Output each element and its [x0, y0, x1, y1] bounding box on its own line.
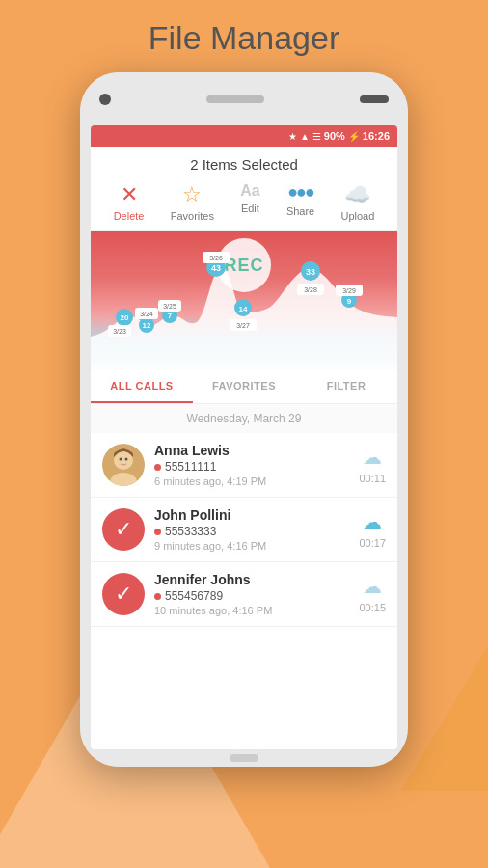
- phone-screen: ★ ▲ ☰ 90% ⚡ 16:26 2 Items Selected ✕ Del…: [91, 125, 397, 749]
- call-time-john: 9 minutes ago, 4:16 PM: [154, 540, 349, 552]
- battery-icon: ⚡: [348, 131, 360, 142]
- chart-area: REC 20 3/23 12 3/24 7 3/: [91, 231, 397, 370]
- upload-action[interactable]: ☁️ Upload: [340, 182, 374, 222]
- call-number-jennifer: 555456789: [165, 589, 223, 603]
- edit-action[interactable]: Aa Edit: [240, 182, 259, 222]
- upload-icon: ☁️: [344, 182, 370, 207]
- call-item-jennifer[interactable]: ✓ Jennifer Johns 555456789 10 minutes ag…: [91, 562, 397, 627]
- call-dot-jennifer: [154, 593, 161, 600]
- tab-all-calls[interactable]: ALL CALLS: [91, 370, 193, 403]
- wifi-icon: ▲: [300, 131, 310, 142]
- svg-text:3/29: 3/29: [342, 287, 356, 294]
- call-list: Anna Lewis 55511111 6 minutes ago, 4:19 …: [91, 433, 397, 749]
- share-label: Share: [286, 205, 314, 217]
- call-info-john: John Pollini 55533333 9 minutes ago, 4:1…: [154, 507, 349, 552]
- page-title: File Manager: [149, 19, 339, 57]
- svg-text:14: 14: [239, 305, 248, 313]
- favorites-action[interactable]: ☆ Favorites: [171, 182, 214, 222]
- phone-speaker: [206, 95, 264, 103]
- phone-bottom: [80, 749, 408, 767]
- date-separator: Wednesday, March 29: [91, 404, 397, 433]
- favorites-label: Favorites: [171, 210, 214, 222]
- svg-text:3/24: 3/24: [140, 311, 153, 317]
- call-number-row-jennifer: 555456789: [154, 589, 349, 603]
- call-info-anna: Anna Lewis 55511111 6 minutes ago, 4:19 …: [154, 443, 349, 487]
- favorites-icon: ☆: [182, 182, 202, 207]
- edit-label: Edit: [241, 203, 259, 214]
- bluetooth-icon: ★: [288, 131, 297, 142]
- call-right-anna: ☁ 00:11: [359, 446, 386, 484]
- call-number-row-anna: 55511111: [154, 460, 349, 474]
- share-action[interactable]: ●●● Share: [286, 182, 314, 222]
- signal-icon: ☰: [312, 131, 321, 142]
- chart-svg: 20 3/23 12 3/24 7 3/25 43 3/26: [91, 231, 397, 370]
- call-number-john: 55533333: [165, 525, 216, 538]
- avatar-check-john: ✓: [102, 508, 145, 551]
- phone-top-bar: [80, 72, 408, 125]
- status-bar: ★ ▲ ☰ 90% ⚡ 16:26: [91, 125, 397, 147]
- svg-text:3/26: 3/26: [209, 255, 223, 261]
- upload-label: Upload: [340, 210, 374, 222]
- avatar-check-jennifer: ✓: [102, 573, 145, 615]
- phone-camera: [99, 94, 111, 105]
- svg-point-18: [125, 458, 128, 461]
- tab-favorites[interactable]: FAVORITES: [193, 370, 295, 403]
- svg-text:3/23: 3/23: [113, 328, 126, 335]
- call-time-anna: 6 minutes ago, 4:19 PM: [154, 475, 349, 487]
- call-dot-john: [154, 529, 161, 535]
- svg-text:3/25: 3/25: [163, 303, 176, 310]
- call-item-anna[interactable]: Anna Lewis 55511111 6 minutes ago, 4:19 …: [91, 433, 397, 498]
- svg-text:7: 7: [168, 312, 173, 320]
- battery-text: 90%: [324, 130, 345, 142]
- anna-avatar-svg: [102, 444, 145, 486]
- svg-text:20: 20: [121, 313, 129, 322]
- svg-text:43: 43: [211, 263, 221, 273]
- cloud-icon-anna: ☁: [363, 446, 382, 469]
- svg-text:9: 9: [347, 297, 352, 306]
- tabs-bar: ALL CALLS FAVORITES FILTER: [91, 370, 397, 404]
- call-duration-anna: 00:11: [359, 473, 386, 484]
- call-item-john[interactable]: ✓ John Pollini 55533333 9 minutes ago, 4…: [91, 498, 397, 562]
- call-dot-anna: [154, 464, 161, 471]
- svg-text:3/27: 3/27: [236, 322, 250, 329]
- call-duration-john: 00:17: [359, 537, 386, 549]
- delete-icon: ✕: [121, 182, 138, 207]
- delete-action[interactable]: ✕ Delete: [114, 182, 145, 222]
- svg-text:12: 12: [143, 321, 151, 330]
- call-name-john: John Pollini: [154, 507, 349, 523]
- call-duration-jennifer: 00:15: [359, 602, 386, 613]
- home-button[interactable]: [230, 754, 258, 762]
- call-right-john: ☁ 00:17: [359, 510, 386, 549]
- items-selected-label: 2 Items Selected: [91, 156, 397, 173]
- cloud-icon-jennifer: ☁: [363, 575, 382, 598]
- svg-point-17: [120, 458, 122, 461]
- app-header: 2 Items Selected ✕ Delete ☆ Favorites Aa…: [91, 147, 397, 231]
- call-name-jennifer: Jennifer Johns: [154, 572, 349, 587]
- cloud-icon-john: ☁: [363, 510, 382, 533]
- edit-icon: Aa: [240, 182, 259, 200]
- status-icons: ★ ▲ ☰ 90% ⚡ 16:26: [288, 130, 390, 142]
- time-text: 16:26: [363, 130, 390, 142]
- bg-decoration-right: [401, 598, 488, 791]
- phone-frame: ★ ▲ ☰ 90% ⚡ 16:26 2 Items Selected ✕ Del…: [80, 72, 408, 767]
- phone-sensor: [360, 95, 389, 103]
- call-time-jennifer: 10 minutes ago, 4:16 PM: [154, 605, 349, 616]
- share-icon: ●●●: [287, 182, 313, 203]
- call-number-row-john: 55533333: [154, 525, 349, 538]
- delete-label: Delete: [114, 210, 145, 222]
- call-right-jennifer: ☁ 00:15: [359, 575, 386, 613]
- avatar-anna: [102, 444, 145, 486]
- svg-text:3/28: 3/28: [304, 286, 317, 293]
- call-number-anna: 55511111: [165, 460, 216, 474]
- call-name-anna: Anna Lewis: [154, 443, 349, 458]
- call-info-jennifer: Jennifer Johns 555456789 10 minutes ago,…: [154, 572, 349, 616]
- svg-text:33: 33: [306, 267, 315, 277]
- tab-filter[interactable]: FILTER: [295, 370, 397, 403]
- action-bar: ✕ Delete ☆ Favorites Aa Edit ●●● Share ☁…: [91, 180, 397, 224]
